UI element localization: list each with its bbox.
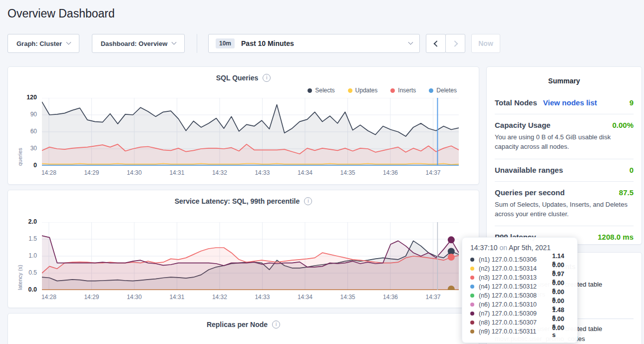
time-range-badge: 10m xyxy=(216,38,235,48)
dashboard-dropdown[interactable]: Dashboard: Overview xyxy=(92,34,185,53)
summary-title: Summary xyxy=(495,77,634,85)
legend-label: Updates xyxy=(355,87,378,94)
chevron-down-icon xyxy=(172,39,177,44)
sql-queries-plot[interactable] xyxy=(42,98,459,166)
tooltip-node-label: (n7) 127.0.0.1:50309 xyxy=(479,310,552,317)
tooltip-node-label: (n8) 127.0.0.1:50307 xyxy=(479,319,552,326)
tooltip-node-label: (n3) 127.0.0.1:50313 xyxy=(479,274,552,281)
graph-dropdown-label: Graph: Cluster xyxy=(16,40,62,47)
info-icon[interactable] xyxy=(263,74,271,82)
summary-row-label: Capacity Usage xyxy=(495,121,551,129)
series-dot-icon xyxy=(429,88,433,93)
info-icon[interactable] xyxy=(272,321,280,329)
y-tick-label: 60 xyxy=(16,128,37,135)
tooltip-timestamp: 14:37:10 on Apr 5th, 2021 xyxy=(470,244,569,252)
chart-canvas xyxy=(42,222,459,290)
chevron-right-icon xyxy=(451,40,458,47)
toolbar: Graph: Cluster Dashboard: Overview 10m P… xyxy=(7,34,642,53)
summary-row-label: Queries per second xyxy=(495,188,565,197)
x-tick-label: 14:29 xyxy=(76,294,106,301)
y-tick-label: 2.0 xyxy=(16,218,37,225)
summary-row-header: Queries per second87.5 xyxy=(495,188,634,197)
tooltip-node-label: (n2) 127.0.0.1:50314 xyxy=(479,265,552,272)
time-prev-button[interactable] xyxy=(426,34,446,53)
charts-column: SQL Queries SelectsUpdatesInsertsDeletes… xyxy=(7,66,479,344)
chart-hover-tooltip: 14:37:10 on Apr 5th, 2021 (n1) 127.0.0.1… xyxy=(462,237,578,343)
chevron-down-icon xyxy=(408,39,413,44)
summary-rows: Total NodesView nodes list9Capacity Usag… xyxy=(495,92,634,248)
x-tick-label: 14:30 xyxy=(119,294,149,301)
sql-queries-chart: queries 030609012014:2814:2914:3014:3114… xyxy=(16,98,473,181)
service-latency-card: Service Latency: SQL, 99th percentile la… xyxy=(7,190,479,308)
series-dot-icon xyxy=(470,267,474,271)
chevron-down-icon xyxy=(66,39,71,44)
overview-dashboard-page: { "page": { "title": "Overview Dashboard… xyxy=(0,0,644,344)
summary-row-subtext: Sum of Selects, Updates, Inserts, and De… xyxy=(495,200,634,219)
series-dot-icon xyxy=(390,88,395,93)
chevron-left-icon xyxy=(433,40,440,47)
summary-row-header: Total NodesView nodes list9 xyxy=(495,98,634,107)
summary-row-label: Unavailable ranges xyxy=(495,166,563,174)
hover-point-dot xyxy=(448,254,455,261)
tooltip-node-label: (n9) 127.0.0.1:50311 xyxy=(479,328,552,335)
x-tick-label: 14:35 xyxy=(332,169,362,176)
tooltip-on: on xyxy=(499,244,507,252)
series-dot-icon xyxy=(470,294,474,298)
legend-item[interactable]: Updates xyxy=(348,87,378,94)
summary-row-subtext: You are using 0 B of 4.5 GiB usable disk… xyxy=(495,133,634,152)
x-tick-label: 14:36 xyxy=(375,169,405,176)
y-tick-label: 0.5 xyxy=(16,269,37,276)
summary-row-header: Unavailable ranges0 xyxy=(495,166,634,174)
summary-row: Total NodesView nodes list9 xyxy=(495,92,634,114)
legend-label: Deletes xyxy=(436,87,457,94)
now-button[interactable]: Now xyxy=(471,34,500,53)
y-tick-label: 0 xyxy=(16,162,37,169)
x-tick-label: 14:29 xyxy=(76,169,106,176)
service-latency-plot[interactable] xyxy=(42,222,459,290)
chart-title: SQL Queries xyxy=(216,74,259,82)
y-tick-label: 1.5 xyxy=(16,235,37,242)
x-tick-label: 14:36 xyxy=(375,294,405,301)
tooltip-date: Apr 5th, 2021 xyxy=(509,244,551,252)
page-title: Overview Dashboard xyxy=(7,7,115,20)
summary-row-value: 9 xyxy=(630,98,634,107)
legend-item[interactable]: Selects xyxy=(308,87,334,94)
y-tick-label: 120 xyxy=(16,94,37,101)
time-range-label: Past 10 Minutes xyxy=(241,39,404,47)
sql-queries-card: SQL Queries SelectsUpdatesInsertsDeletes… xyxy=(7,66,479,185)
x-tick-label: 14:30 xyxy=(119,169,149,176)
legend-item[interactable]: Inserts xyxy=(390,87,416,94)
summary-panel: Summary Total NodesView nodes list9Capac… xyxy=(486,66,642,245)
x-tick-label: 14:37 xyxy=(418,294,448,301)
y-tick-label: 30 xyxy=(16,145,37,152)
tooltip-node-label: (n5) 127.0.0.1:50308 xyxy=(479,292,552,299)
time-next-button[interactable] xyxy=(445,34,465,53)
graph-dropdown[interactable]: Graph: Cluster xyxy=(7,34,79,53)
service-latency-chart: latency (s) 0.00.51.01.52.014:2814:2914:… xyxy=(16,222,473,305)
x-tick-label: 14:34 xyxy=(290,169,320,176)
legend-item[interactable]: Deletes xyxy=(429,87,457,94)
info-icon[interactable] xyxy=(304,197,312,205)
summary-row-header: Capacity Usage0.00% xyxy=(495,121,634,129)
x-tick-label: 14:28 xyxy=(34,294,64,301)
x-tick-label: 14:31 xyxy=(162,169,192,176)
y-tick-label: 1.0 xyxy=(16,252,37,259)
toolbar-divider xyxy=(197,34,197,53)
summary-row: Capacity Usage0.00%You are using 0 B of … xyxy=(495,114,634,159)
summary-row: Unavailable ranges0 xyxy=(495,159,634,182)
summary-row-label: Total Nodes xyxy=(495,98,537,107)
dashboard-dropdown-label: Dashboard: Overview xyxy=(101,40,168,47)
summary-row: Queries per second87.5Sum of Selects, Up… xyxy=(495,182,634,227)
series-dot-icon xyxy=(470,321,474,325)
summary-row-value: 1208.0 ms xyxy=(598,233,634,241)
chart-title: Replicas per Node xyxy=(207,321,268,329)
tooltip-node-label: (n6) 127.0.0.1:50310 xyxy=(479,301,552,308)
summary-row-value: 87.5 xyxy=(619,188,634,197)
x-tick-label: 14:35 xyxy=(332,294,362,301)
series-dot-icon xyxy=(470,258,474,262)
view-nodes-link[interactable]: View nodes list xyxy=(543,98,597,107)
tooltip-node-label: (n4) 127.0.0.1:50312 xyxy=(479,283,552,290)
time-nav-buttons xyxy=(426,34,465,53)
x-tick-label: 14:31 xyxy=(162,294,192,301)
time-range-picker[interactable]: 10m Past 10 Minutes xyxy=(208,34,420,53)
